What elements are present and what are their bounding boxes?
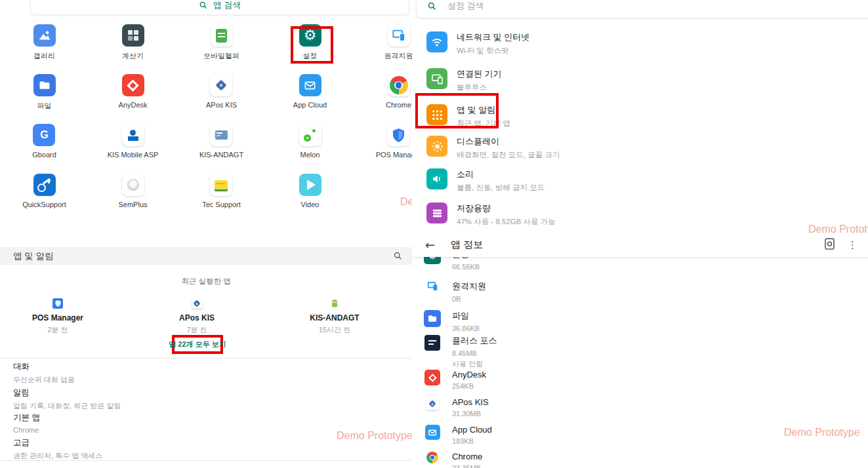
settings-item-title: 소리 bbox=[457, 168, 545, 180]
app-gallery[interactable]: 갤러리 bbox=[33, 22, 56, 71]
app-label: 원격지원 bbox=[384, 51, 413, 61]
recent-app-name: APos KIS bbox=[179, 313, 215, 322]
app-chrome[interactable]: Chrome bbox=[386, 71, 411, 121]
search-icon bbox=[199, 1, 208, 10]
mobile-helper-app-icon bbox=[211, 24, 233, 47]
app-info-size: 8.45MB bbox=[452, 349, 497, 357]
section-default-apps[interactable]: 기본 앱 Chrome bbox=[13, 412, 40, 434]
section-title: 고급 bbox=[13, 437, 102, 448]
recent-app-apos-kis[interactable]: APos KIS 7분 전 bbox=[141, 298, 253, 335]
app-label: 갤러리 bbox=[33, 51, 55, 61]
settings-item-title: 디스플레이 bbox=[457, 136, 560, 147]
gallery-app-icon bbox=[33, 24, 56, 47]
app-apos-kis[interactable]: APos KIS bbox=[206, 71, 237, 121]
apps-notifications-panel: 앱 및 알림 최근 실행한 앱 POS Manager 2분 전 APos KI… bbox=[0, 244, 412, 468]
wifi-icon bbox=[426, 31, 447, 52]
app-files[interactable]: 파일 bbox=[33, 71, 56, 121]
app-info-row-apos-kis[interactable]: APos KIS 31.30MB bbox=[423, 397, 489, 418]
settings-search-bar[interactable]: 설정 검색 bbox=[416, 0, 868, 18]
app-mobile-helper[interactable]: 모바일헬퍼 bbox=[203, 22, 239, 71]
app-info-size: 31.30MB bbox=[452, 410, 489, 418]
app-label: Tec Support bbox=[202, 201, 241, 208]
page-title: 앱 및 알림 bbox=[13, 250, 54, 262]
app-info-name: 플러스 포스 bbox=[452, 335, 497, 347]
settings-search-placeholder: 설정 검색 bbox=[447, 0, 484, 12]
app-melon[interactable]: Melon bbox=[299, 121, 321, 171]
app-gboard[interactable]: G Gboard bbox=[32, 121, 56, 171]
apos-kis-app-icon bbox=[210, 74, 232, 96]
section-notifications[interactable]: 알림 알림 기록, 대화창, 최근 받은 알림 bbox=[13, 387, 121, 411]
section-conversations[interactable]: 대화 우선순위 대화 없음 bbox=[13, 361, 75, 385]
app-quicksupport[interactable]: QuickSupport bbox=[22, 171, 66, 221]
app-anydesk[interactable]: AnyDesk bbox=[118, 71, 147, 121]
gboard-letter: G bbox=[40, 129, 48, 141]
app-remote-support[interactable]: 원격지원 bbox=[384, 22, 413, 71]
app-tec-support[interactable]: Tec Support bbox=[202, 171, 241, 221]
app-calculator[interactable]: 계산기 bbox=[122, 22, 144, 71]
search-icon bbox=[427, 1, 437, 11]
section-title: 대화 bbox=[13, 361, 75, 372]
app-search-bar[interactable]: 앱 검색 bbox=[30, 0, 409, 15]
search-icon[interactable] bbox=[393, 251, 403, 263]
app-info-row-remote-support[interactable]: 원격지원 0B bbox=[423, 281, 486, 303]
app-app-cloud[interactable]: App Cloud bbox=[293, 71, 327, 121]
display-brightness-icon bbox=[426, 136, 447, 157]
kis-mobile-asp-app-icon bbox=[122, 124, 144, 146]
section-subtitle: Chrome bbox=[13, 426, 40, 434]
page-title: 앱 정보 bbox=[451, 239, 483, 251]
app-info-row-files[interactable]: 파일 36.86KB bbox=[423, 310, 480, 332]
settings-item-display[interactable]: 디스플레이 배경화면, 절전 모드, 글꼴 크기 bbox=[426, 136, 560, 160]
back-arrow-icon[interactable]: ← bbox=[425, 238, 435, 252]
section-advanced[interactable]: 고급 권한 관리자, 특수 앱 액세스 bbox=[13, 437, 102, 461]
app-pos-manager[interactable]: POS Manager bbox=[376, 121, 412, 171]
pos-manager-mini-icon bbox=[52, 298, 63, 309]
settings-item-storage[interactable]: 저장용량 47% 사용 - 8.52GB 사용 가능 bbox=[426, 203, 556, 227]
app-info-header: ← 앱 정보 ⋮ bbox=[413, 233, 868, 257]
remote-support-app-icon bbox=[423, 281, 442, 303]
files-folder-icon bbox=[423, 310, 442, 332]
kis-andagt-app-icon bbox=[210, 124, 232, 146]
section-subtitle: 권한 관리자, 특수 앱 액세스 bbox=[13, 451, 102, 461]
app-info-row-app-cloud[interactable]: App Cloud 193KB bbox=[423, 425, 492, 445]
app-label: 계산기 bbox=[122, 51, 144, 61]
settings-item-title: 네트워크 및 인터넷 bbox=[457, 31, 529, 43]
app-video[interactable]: Video bbox=[299, 171, 321, 221]
apps-notifications-header: 앱 및 알림 bbox=[0, 247, 412, 265]
app-label: POS Manager bbox=[376, 151, 412, 159]
recent-app-pos-manager[interactable]: POS Manager 2분 전 bbox=[2, 298, 114, 335]
video-play-icon bbox=[299, 174, 321, 196]
settings-item-subtitle: 블루투스 bbox=[457, 83, 502, 92]
app-semplus[interactable]: SemPlus bbox=[118, 171, 147, 221]
app-info-row-plus-pos[interactable]: 플러스 포스 8.45MB 사용 안함 bbox=[423, 335, 497, 369]
melon-app-icon bbox=[299, 124, 321, 146]
app-info-row-anydesk[interactable]: AnyDesk 254KB bbox=[423, 370, 486, 390]
app-info-row-chrome[interactable]: Chrome 23.35MB bbox=[423, 452, 482, 468]
show-system-icon[interactable] bbox=[825, 238, 835, 252]
see-all-apps-button[interactable]: 앱 22개 모두 보기 bbox=[172, 335, 223, 354]
settings-item-subtitle: 배경화면, 절전 모드, 글꼴 크기 bbox=[457, 150, 560, 160]
settings-item-connected-devices[interactable]: 연결된 기기 블루투스 bbox=[426, 68, 502, 92]
pos-manager-shield-icon bbox=[387, 124, 409, 146]
app-search-placeholder: 앱 검색 bbox=[213, 0, 241, 11]
settings-item-network[interactable]: 네트워크 및 인터넷 Wi-Fi 및 핫스팟 bbox=[426, 31, 529, 56]
plus-pos-app-icon bbox=[423, 335, 442, 369]
app-kis-andagt[interactable]: KIS-ANDAGT bbox=[199, 121, 243, 171]
chrome-logo-icon bbox=[423, 452, 442, 468]
settings-item-sound[interactable]: 소리 볼륨, 진동, 방해 금지 모드 bbox=[426, 168, 545, 193]
app-label: Gboard bbox=[32, 151, 56, 159]
files-folder-icon bbox=[33, 74, 56, 96]
app-info-name: 파일 bbox=[452, 310, 480, 322]
calculator-app-icon bbox=[122, 24, 144, 47]
app-label: Video bbox=[301, 201, 320, 208]
app-info-name: Chrome bbox=[452, 452, 482, 461]
settings-item-subtitle: Wi-Fi 및 핫스팟 bbox=[457, 46, 529, 56]
app-info-size: 254KB bbox=[452, 382, 486, 390]
overflow-menu-icon[interactable]: ⋮ bbox=[848, 239, 858, 251]
recent-app-kis-andagt[interactable]: KIS-ANDAGT 15시간 전 bbox=[279, 298, 390, 335]
settings-item-title: 연결된 기기 bbox=[457, 68, 502, 80]
app-info-size: 66.56KB bbox=[452, 263, 480, 271]
app-kis-mobile-asp[interactable]: KIS Mobile ASP bbox=[108, 121, 159, 171]
divider bbox=[0, 358, 412, 359]
sound-speaker-icon bbox=[426, 168, 447, 189]
section-title: 알림 bbox=[13, 387, 121, 399]
